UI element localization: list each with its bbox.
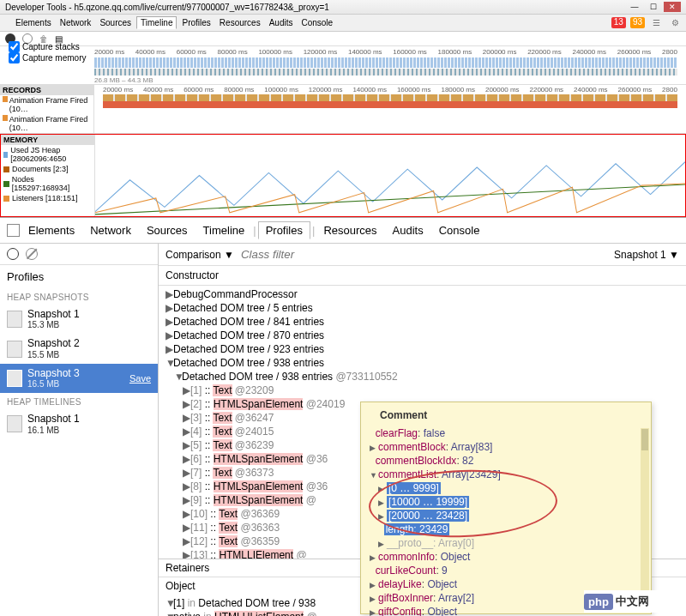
popup-scrollbar[interactable] xyxy=(641,428,649,600)
window-max-button[interactable]: ☐ xyxy=(645,2,662,12)
record-row[interactable]: Animation Frame Fired (10… xyxy=(0,114,93,133)
tree-row[interactable]: Detached DOM tree / 923 entries xyxy=(162,342,686,356)
tab-sources[interactable]: Sources xyxy=(140,222,195,239)
tree-row[interactable]: DebugCommandProcessor xyxy=(162,287,686,301)
memory-header: MEMORY xyxy=(1,135,94,145)
memory-legend-item[interactable]: Documents [2:3] xyxy=(1,164,94,174)
tab-resources[interactable]: Resources xyxy=(216,17,264,28)
records-header: RECORDS xyxy=(0,85,93,95)
window-min-button[interactable]: — xyxy=(626,2,643,12)
popup-property-row[interactable]: __proto__: Array[0] xyxy=(370,536,642,550)
settings-icon[interactable]: ⚙ xyxy=(668,17,683,28)
timeline-overview[interactable]: 20000 ms40000 ms60000 ms80000 ms100000 m… xyxy=(0,46,686,85)
save-snapshot-link[interactable]: Save xyxy=(129,373,151,383)
tab-audits[interactable]: Audits xyxy=(266,17,297,28)
heap-snapshots-label: HEAP SNAPSHOTS xyxy=(0,288,158,305)
devtools-top-tabs: Elements Network Sources Timeline Profil… xyxy=(0,15,686,32)
tab-resources[interactable]: Resources xyxy=(316,222,383,239)
popup-property-row[interactable]: commentBlockIdx: 82 xyxy=(370,454,642,468)
tab-console[interactable]: Console xyxy=(298,17,336,28)
tab-audits[interactable]: Audits xyxy=(386,222,430,239)
clear-profiles-button[interactable] xyxy=(26,248,38,260)
memory-legend-item[interactable]: Used JS Heap [28062096:4650 xyxy=(1,145,94,164)
popup-title: Comment xyxy=(370,408,642,426)
popup-property-row[interactable]: delayLike: Object xyxy=(370,577,642,591)
popup-property-row[interactable]: commonInfo: Object xyxy=(370,550,642,564)
snapshot-item[interactable]: Snapshot 316.5 MBSave xyxy=(0,364,158,393)
records-section: RECORDS Animation Frame Fired (10… Anima… xyxy=(0,85,686,134)
tab-sources[interactable]: Sources xyxy=(96,17,135,28)
tree-row[interactable]: Detached DOM tree / 5 entries xyxy=(162,301,686,315)
tab-timeline[interactable]: Timeline xyxy=(136,16,177,29)
tab-timeline[interactable]: Timeline xyxy=(196,222,252,239)
window-title-text: Developer Tools - h5.qzone.qq.com/live/c… xyxy=(5,3,329,12)
tree-row[interactable]: Detached DOM tree / 841 entries xyxy=(162,315,686,329)
view-mode-dropdown[interactable]: Comparison ▼ xyxy=(165,249,234,261)
drawer-icon[interactable]: ☰ xyxy=(649,17,664,28)
memory-legend-item[interactable]: Nodes [155297:168934] xyxy=(1,174,94,193)
popup-property-row[interactable]: [20000 … 23428] xyxy=(370,509,642,522)
popup-property-row[interactable]: curLikeCount: 9 xyxy=(370,564,642,577)
tab-network[interactable]: Network xyxy=(83,222,138,239)
popup-property-row[interactable]: commentBlock: Array[83] xyxy=(370,440,642,454)
dock-icon[interactable] xyxy=(7,224,20,237)
snapshot-item[interactable]: Snapshot 215.5 MB xyxy=(0,334,158,363)
watermark-logo: php中文网 xyxy=(584,590,683,613)
record-profile-button[interactable] xyxy=(7,248,19,260)
timeline-item[interactable]: Snapshot 116.1 MB xyxy=(0,409,158,438)
memory-range-label: 26.8 MB – 44.3 MB xyxy=(0,76,686,84)
tab-profiles[interactable]: Profiles xyxy=(178,17,214,28)
tree-row[interactable]: Detached DOM tree / 870 entries xyxy=(162,329,686,342)
constructor-column-header[interactable]: Constructor xyxy=(159,266,686,286)
tree-row[interactable]: [1] :: Text @23209 xyxy=(162,383,686,397)
snapshot-item[interactable]: Snapshot 115.3 MB xyxy=(0,305,158,334)
tree-row[interactable]: Detached DOM tree / 938 entries @7331105… xyxy=(162,370,686,383)
baseline-dropdown[interactable]: Snapshot 1 ▼ xyxy=(614,249,679,261)
popup-property-row[interactable]: [10000 … 19999] xyxy=(370,495,642,509)
memory-section: MEMORY Used JS Heap [28062096:4650Docume… xyxy=(0,134,686,217)
window-close-button[interactable]: ✕ xyxy=(664,2,681,12)
dock-icon[interactable] xyxy=(3,22,10,24)
popup-property-row[interactable]: [0 … 9999] xyxy=(370,481,642,495)
warning-count-badge[interactable]: 93 xyxy=(630,17,645,28)
class-filter-input[interactable] xyxy=(241,248,607,261)
tab-console[interactable]: Console xyxy=(432,222,487,239)
window-titlebar: Developer Tools - h5.qzone.qq.com/live/c… xyxy=(0,0,686,15)
popup-property-row[interactable]: clearFlag: false xyxy=(370,426,642,440)
devtools-tabs-2: Elements Network Sources Timeline | Prof… xyxy=(0,218,686,243)
popup-property-row[interactable]: length: 23429 xyxy=(370,522,642,536)
memory-chart[interactable] xyxy=(95,135,685,216)
tab-network[interactable]: Network xyxy=(57,17,95,28)
capture-memory-checkbox[interactable]: Capture memory xyxy=(9,52,86,63)
tree-row[interactable]: Detached DOM tree / 938 entries xyxy=(162,356,686,370)
profiles-header: Profiles xyxy=(0,265,158,288)
capture-stacks-checkbox[interactable]: Capture stacks xyxy=(9,41,86,52)
heap-timelines-label: HEAP TIMELINES xyxy=(0,393,158,409)
record-row[interactable]: Animation Frame Fired (10… xyxy=(0,95,93,114)
tab-elements[interactable]: Elements xyxy=(21,222,81,239)
popup-property-row[interactable]: commentList: Array[23429] xyxy=(370,468,642,481)
tab-profiles[interactable]: Profiles xyxy=(258,221,310,239)
profiles-sidebar: Profiles HEAP SNAPSHOTS Snapshot 115.3 M… xyxy=(0,244,159,616)
tab-elements[interactable]: Elements xyxy=(12,17,55,28)
timeline-toolbar: 🗑 ▤ xyxy=(0,32,686,46)
error-count-badge[interactable]: 13 xyxy=(611,17,626,28)
object-preview-popup: Comment clearFlag: falsecommentBlock: Ar… xyxy=(360,402,652,614)
memory-legend-item[interactable]: Listeners [118:151] xyxy=(1,193,94,203)
